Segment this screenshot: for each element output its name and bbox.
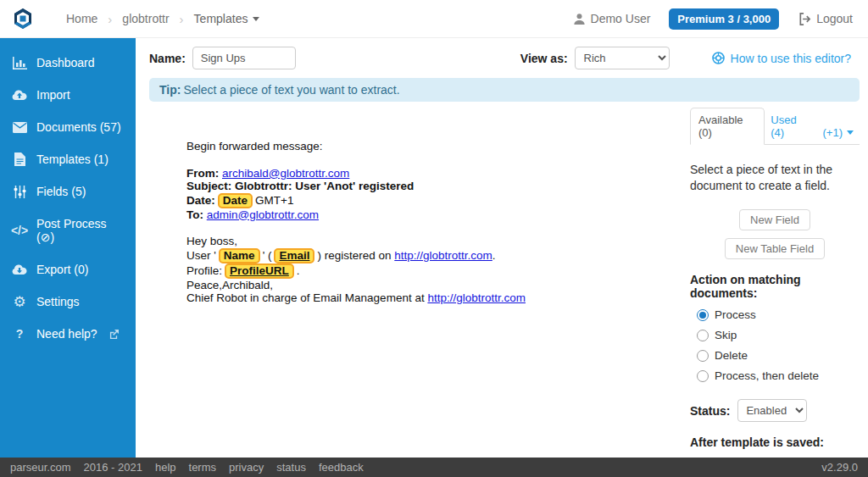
sidebar-item-dashboard[interactable]: Dashboard [0,47,136,79]
footer-help-link[interactable]: help [155,461,176,474]
sidebar-item-export[interactable]: Export (0) [0,253,136,286]
life-ring-icon [712,52,725,64]
radio-process-then-delete[interactable]: Process, then delete [690,368,860,384]
site-link[interactable]: http://globtrottr.com [394,249,492,262]
cloud-upload-icon [12,88,27,102]
tip-label: Tip: [159,83,181,97]
from-label: From: [186,167,219,180]
tab-more-label: (+1) [823,126,843,139]
from-address-link[interactable]: archibald@globtrottr.com [222,167,349,180]
to-label: To: [186,208,203,221]
sidebar-label: Post Process (⊘) [36,217,124,244]
logout-icon [798,13,811,25]
chevron-down-icon [847,130,854,135]
doc-intro-line: Begin forwarded message: [186,140,670,153]
field-chip-date[interactable]: Date [218,193,253,208]
sidebar-item-fields[interactable]: Fields (5) [0,175,136,208]
radio-process[interactable]: Process [690,307,860,323]
breadcrumb: Home › globtrottr › Templates [66,12,259,26]
radio-label: Process [715,308,756,321]
logout-button[interactable]: Logout [798,12,853,25]
footer-years: 2016 - 2021 [84,461,142,474]
tab-more-dropdown[interactable]: (+1) [817,121,860,144]
greeting-line: Hey boss, [186,235,237,247]
envelope-icon [12,120,27,134]
profile-label: Profile: [186,264,222,277]
page-footer: parseur.com 2016 - 2021 help terms priva… [0,458,868,477]
field-chip-email[interactable]: Email [274,248,314,263]
sidebar-item-import[interactable]: Import [0,79,136,111]
cloud-download-icon [12,263,27,276]
parseur-logo-icon [11,7,35,31]
document-preview: Begin forwarded message: From: archibald… [136,102,690,319]
footer-privacy-link[interactable]: privacy [229,461,264,474]
user-line-text: User ' [186,249,216,262]
tip-banner: Tip:Select a piece of text you want to e… [149,78,860,102]
new-field-button[interactable]: New Field [739,209,810,230]
user-line-text: ) registered on [317,249,391,262]
action-section-title: Action on matching documents: [690,273,860,300]
date-suffix: GMT+1 [255,194,293,207]
breadcrumb-templates-dropdown[interactable]: Templates [194,12,260,25]
chevron-down-icon [253,17,259,21]
after-save-title: After template is saved: [690,435,860,449]
sidebar-item-need-help[interactable]: ? Need help? [0,318,136,350]
app-version: v2.29.0 [821,461,858,474]
radio-icon [697,309,709,321]
sidebar-item-templates[interactable]: Templates (1) [0,143,136,175]
editor-help-label: How to use this editor? [731,52,851,65]
footer-parseur-link[interactable]: parseur.com [10,461,71,474]
sliders-icon [12,185,27,198]
status-select[interactable]: Enabled [737,399,807,422]
fields-panel: Available (0) Used (4) (+1) Select a pie… [690,108,860,458]
editor-help-link[interactable]: How to use this editor? [712,52,851,65]
radio-delete[interactable]: Delete [690,347,860,363]
breadcrumb-separator: › [180,12,184,26]
question-icon: ? [12,327,27,341]
bar-chart-icon [12,56,27,69]
radio-icon [697,330,709,341]
closing-link[interactable]: http://globtrottr.com [427,291,526,304]
radio-icon [697,370,709,382]
footer-feedback-link[interactable]: feedback [319,461,364,474]
view-as-label: View as: [520,52,568,65]
field-chip-name[interactable]: Name [219,248,260,263]
gear-icon: ⚙ [12,295,27,308]
sidebar-label: Fields (5) [36,185,86,198]
file-icon [12,153,27,166]
sidebar-item-settings[interactable]: ⚙ Settings [0,286,136,318]
template-name-input[interactable] [192,47,296,69]
subject-line: Subject: Globtrottr: User 'Anot' registe… [186,180,414,192]
external-link-icon [109,330,119,339]
view-as-select[interactable]: Rich [575,47,670,69]
breadcrumb-separator: › [108,12,112,26]
user-line-text: ' ( [263,249,272,262]
main-content: Name: View as: Rich How to use this edit… [136,38,868,458]
breadcrumb-home[interactable]: Home [66,12,97,25]
user-icon [573,13,586,25]
name-label: Name: [149,52,186,65]
closing-text: Chief Robot in charge of Email Managemen… [186,291,425,304]
user-menu[interactable]: Demo User [573,12,651,25]
doc-header-block: From: archibald@globtrottr.com Subject: … [186,167,670,222]
sidebar-item-documents[interactable]: Documents (57) [0,111,136,143]
fields-tabs: Available (0) Used (4) (+1) [690,108,860,145]
plan-badge[interactable]: Premium 3 / 3,000 [669,8,779,30]
radio-label: Skip [715,329,737,341]
radio-label: Process, then delete [715,369,819,382]
tip-text: Select a piece of text you want to extra… [183,83,399,97]
sidebar-item-post-process[interactable]: </> Post Process (⊘) [0,208,136,253]
tab-available[interactable]: Available (0) [690,108,765,145]
breadcrumb-templates-label: Templates [194,12,248,25]
parseur-logo[interactable] [10,6,36,31]
breadcrumb-mailbox[interactable]: globtrottr [122,12,169,25]
footer-terms-link[interactable]: terms [189,461,217,474]
sidebar-label: Settings [36,295,80,308]
user-line-text: . [492,249,496,262]
field-chip-profileurl[interactable]: ProfileURL [225,263,294,279]
tab-used[interactable]: Used (4) [765,108,816,144]
new-table-field-button[interactable]: New Table Field [725,238,825,259]
footer-status-link[interactable]: status [276,461,306,474]
radio-skip[interactable]: Skip [690,327,860,343]
to-address-link[interactable]: admin@globtrottr.com [207,208,319,221]
